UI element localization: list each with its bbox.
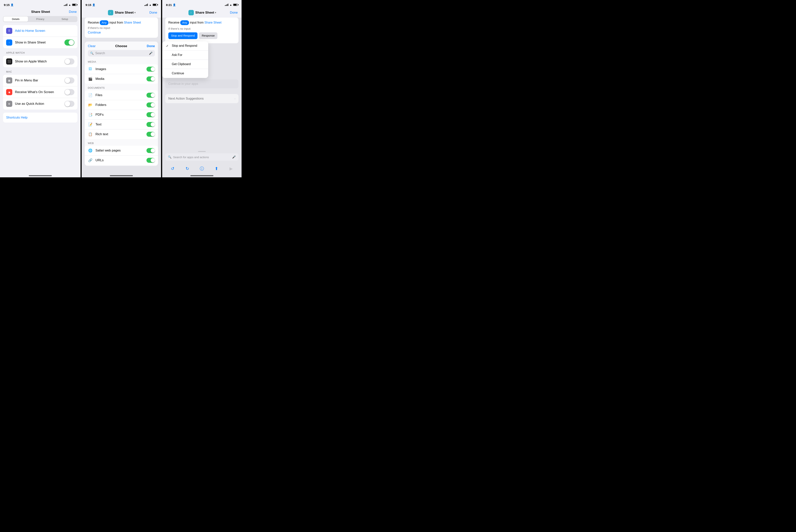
files-toggle[interactable]	[146, 93, 155, 98]
receive-prefix-2: Receive	[88, 21, 99, 24]
toolbar-play-button[interactable]: ▶	[227, 165, 235, 173]
apple-watch-label: Show on Apple Watch	[15, 60, 65, 63]
search-bar-2[interactable]: 🔍 Search 🎤	[88, 50, 155, 57]
media-category-label: MEDIA	[85, 58, 158, 64]
folders-label: Folders	[95, 103, 146, 107]
search-icon-2: 🔍	[90, 52, 94, 55]
text-row: 📝 Text	[85, 119, 158, 129]
urls-toggle[interactable]	[146, 158, 155, 163]
wifi-icon-1: ▲	[69, 3, 71, 6]
dropdown-menu: ✓ Stop and Respond ✓ Ask For ✓ Get Clipb…	[162, 41, 208, 78]
folders-row: 📂 Folders	[85, 100, 158, 110]
chevron-down-icon-3: ▾	[215, 11, 216, 14]
receive-screen-icon: ◉	[6, 89, 12, 95]
quick-action-toggle[interactable]	[65, 101, 74, 107]
panel1-done-button[interactable]: Done	[69, 10, 77, 14]
status-icons-3: ▲	[225, 3, 238, 6]
chevron-down-icon-2: ▾	[134, 11, 135, 14]
pin-menu-icon: ▦	[6, 77, 12, 83]
rich-text-toggle[interactable]	[146, 132, 155, 137]
share-sheet-link-2[interactable]: Share Sheet	[124, 21, 141, 24]
bottom-toolbar: ↺ ↻ ⓘ ⬆ ▶	[165, 163, 238, 174]
folders-toggle[interactable]	[146, 102, 155, 108]
status-icons-1: ▲	[64, 3, 77, 6]
panel1-title: Share Sheet	[31, 10, 50, 14]
images-toggle[interactable]	[146, 66, 155, 72]
mic-icon-2[interactable]: 🎤	[149, 52, 152, 55]
share-sheet-link-3[interactable]: Share Sheet	[204, 21, 221, 24]
bottom-search-text: Search for apps and actions	[173, 155, 231, 159]
dropdown-get-clipboard[interactable]: ✓ Get Clipboard	[162, 60, 208, 69]
add-home-screen-row[interactable]: ⠿ Add to Home Screen	[3, 25, 77, 37]
mac-section: MAC	[3, 70, 77, 75]
safari-label: Safari web pages	[95, 149, 146, 152]
status-time-3: 8:21 👤	[166, 3, 176, 6]
toolbar-share-button[interactable]: ⬆	[212, 165, 221, 173]
receive-screen-toggle[interactable]	[65, 89, 74, 95]
web-rows-group: 🌐 Safari web pages 🔗 URLs	[85, 146, 158, 165]
documents-rows-group: 📄 Files 📂 Folders 📑 PDFs	[85, 90, 158, 139]
receive-middle-3: input from	[190, 21, 204, 24]
urls-icon: 🔗	[88, 158, 93, 163]
dropdown-continue[interactable]: ✓ Continue	[162, 69, 208, 78]
show-share-toggle[interactable]	[65, 39, 74, 45]
receive-block-2: Receive Any input from Share Sheet If th…	[85, 18, 158, 38]
sar-segment: Stop and Respond Response	[168, 32, 235, 39]
panel2-done-button[interactable]: Done	[149, 11, 157, 15]
if-no-input-3: If there's no input:	[168, 26, 235, 31]
signal-bars-2	[144, 4, 148, 6]
nav-bar-2: ↑ Share Sheet ▾ Done	[82, 8, 161, 18]
pin-menu-toggle[interactable]	[65, 77, 74, 83]
home-indicator-1	[0, 174, 80, 177]
images-label: Images	[95, 67, 146, 71]
dropdown-ask-for[interactable]: ✓ Ask For	[162, 51, 208, 60]
toolbar-forward-button[interactable]: ↻	[183, 165, 192, 173]
toolbar-info-button[interactable]: ⓘ	[198, 165, 206, 173]
status-time-1: 9:15 👤	[4, 3, 14, 6]
drag-handle	[198, 151, 206, 152]
receive-prefix-3: Receive	[168, 21, 179, 24]
segment-privacy[interactable]: Privacy	[28, 17, 53, 22]
check-icon: ✓	[166, 44, 170, 48]
any-pill-3[interactable]: Any	[180, 20, 189, 25]
receive-screen-label: Receive What's On Screen	[15, 90, 65, 94]
choose-done[interactable]: Done	[147, 44, 155, 48]
files-row: 📄 Files	[85, 90, 158, 100]
bottom-search-bar[interactable]: 🔍 Search for apps and actions 🎤	[165, 153, 238, 161]
dropdown-stop-respond[interactable]: ✓ Stop and Respond	[162, 41, 208, 51]
media-toggle[interactable]	[146, 76, 155, 81]
panel3-title[interactable]: Share Sheet ▾	[195, 11, 216, 15]
media-rows-group: 🖼 Images 🎬 Media	[85, 64, 158, 84]
wifi-icon-2: ▲	[149, 3, 151, 6]
shortcuts-help-card[interactable]: Shortcuts Help	[3, 113, 77, 122]
any-pill-2[interactable]: Any	[100, 20, 109, 25]
choose-clear[interactable]: Clear	[88, 44, 96, 48]
panel2-title-area: ↑ Share Sheet ▾	[108, 10, 135, 15]
documents-category-label: DOCUMENTS	[85, 84, 158, 90]
add-home-icon: ⠿	[6, 28, 12, 34]
apple-watch-toggle[interactable]	[65, 58, 74, 64]
stop-respond-button[interactable]: Stop and Respond	[168, 32, 197, 39]
bottom-mic-icon[interactable]: 🎤	[232, 155, 236, 159]
pdfs-toggle[interactable]	[146, 112, 155, 117]
media-icon: 🎬	[88, 76, 93, 81]
status-bar-3: 8:21 👤 ▲	[162, 0, 241, 8]
continue-link-2[interactable]: Continue	[88, 30, 155, 35]
share-sheet-icon: ↑	[6, 39, 12, 45]
toolbar-back-button[interactable]: ↺	[168, 165, 177, 173]
choose-title: Choose	[115, 44, 127, 48]
segment-setup[interactable]: Setup	[53, 17, 77, 22]
pin-menu-label: Pin in Menu Bar	[15, 78, 65, 82]
rich-text-icon: 📋	[88, 132, 93, 137]
nav-bar-1: Share Sheet Done	[0, 8, 80, 16]
pdfs-icon: 📑	[88, 112, 93, 117]
next-action-row[interactable]: Next Action Suggestions ›	[165, 94, 238, 103]
segment-details[interactable]: Details	[3, 17, 28, 22]
status-icons-2: ▲	[144, 3, 157, 6]
response-button[interactable]: Response	[199, 32, 217, 39]
safari-toggle[interactable]	[146, 148, 155, 153]
text-toggle[interactable]	[146, 122, 155, 127]
panel2-title[interactable]: Share Sheet ▾	[115, 11, 135, 15]
add-show-card: ⠿ Add to Home Screen ↑ Show in Share She…	[3, 25, 77, 48]
panel3-done-button[interactable]: Done	[230, 11, 238, 15]
